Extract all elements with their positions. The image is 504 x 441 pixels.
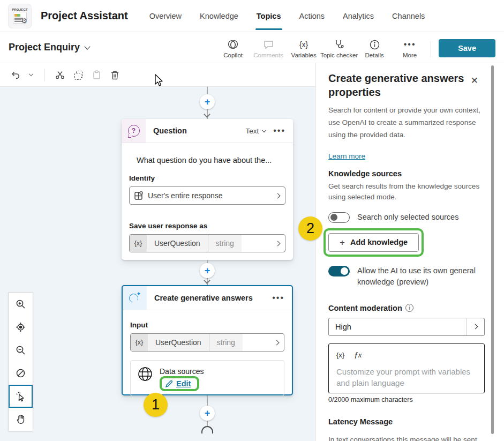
input-variable[interactable]: {x} UserQuestion string <box>130 333 284 352</box>
undo-icon <box>11 70 20 80</box>
variable-badge-icon: {x} <box>130 235 147 252</box>
paste-icon <box>92 70 101 80</box>
close-panel-button[interactable]: ✕ <box>471 75 478 86</box>
annotation-step-1: 1 <box>144 393 168 417</box>
ai-knowledge-toggle-label: Allow the AI to use its own general know… <box>357 265 480 288</box>
select-tool-button[interactable] <box>9 385 33 408</box>
tab-knowledge[interactable]: Knowledge <box>199 2 239 31</box>
question-node-menu-button[interactable]: ••• <box>273 128 285 133</box>
question-node-title: Question <box>153 126 245 135</box>
logo-image: ⚙ <box>13 12 27 24</box>
edit-data-sources-link[interactable]: Edit <box>176 379 191 388</box>
panel-title: Create generative answers properties <box>328 72 473 99</box>
app-logo: PROJECT ⚙ <box>9 4 31 28</box>
annotation-step-2: 2 <box>298 216 322 241</box>
ai-knowledge-toggle[interactable] <box>328 266 350 276</box>
variable-chip: {x} UserQuestion string <box>130 235 242 252</box>
generative-answers-icon: ✦ <box>129 293 141 303</box>
question-node[interactable]: ? Question Text ••• What question do you… <box>122 119 293 260</box>
chevron-down-icon <box>262 128 266 132</box>
copy-icon <box>74 71 82 79</box>
gear-icon: ⚙ <box>21 17 27 24</box>
flow-canvas[interactable]: + ? Question Text ••• What question do y… <box>0 87 315 441</box>
tab-channels[interactable]: Channels <box>391 2 426 31</box>
comments-button: Comments <box>253 36 284 58</box>
content-moderation-dropdown[interactable]: High <box>328 318 485 336</box>
logo-text: PROJECT <box>12 8 28 11</box>
tab-topics[interactable]: Topics <box>255 2 282 31</box>
undo-button[interactable] <box>7 67 24 83</box>
toolbar-separator <box>44 69 44 81</box>
save-button[interactable]: Save <box>439 39 495 57</box>
cut-button[interactable] <box>52 67 68 83</box>
tab-analytics[interactable]: Analytics <box>342 2 375 31</box>
knowledge-sources-description: Get search results from the knowledge so… <box>328 181 485 203</box>
question-message[interactable]: What question do you have about the... <box>137 156 285 165</box>
save-response-variable[interactable]: {x} UserQuestion string <box>129 234 285 252</box>
generative-answers-node[interactable]: ✦ Create generative answers ••• Input {x… <box>122 285 293 395</box>
identify-label: Identify <box>129 174 285 182</box>
add-knowledge-highlight-box: + Add knowledge <box>324 228 424 257</box>
question-type-dropdown[interactable]: Text <box>245 127 266 135</box>
latency-message-heading: Latency Message <box>328 417 485 426</box>
center-canvas-button[interactable] <box>9 316 33 339</box>
arrow-down-icon <box>204 111 210 118</box>
app-title: Project Assistant <box>41 10 128 22</box>
content-moderation-value: High <box>329 323 466 331</box>
learn-more-link[interactable]: Learn more <box>328 152 365 160</box>
question-node-header: ? Question Text ••• <box>122 119 293 143</box>
details-button[interactable]: Details <box>359 36 390 58</box>
copy-button[interactable] <box>70 67 86 83</box>
undo-menu-button[interactable] <box>26 67 36 83</box>
app-header: PROJECT ⚙ Project Assistant Overview Kno… <box>0 0 504 32</box>
canvas-tool-palette <box>8 292 33 431</box>
copilot-button[interactable]: Copilot <box>217 36 249 58</box>
prompt-input[interactable]: {x} ƒx Customize your prompt with variab… <box>328 343 485 393</box>
prompt-placeholder: Customize your prompt with variables and… <box>336 366 477 390</box>
variables-button[interactable]: {x} Variables <box>288 36 319 58</box>
identify-selector[interactable]: User's entire response <box>129 186 285 205</box>
content-moderation-heading: Content moderation i <box>328 304 485 312</box>
add-node-button[interactable]: + <box>200 263 215 278</box>
select-cursor-icon <box>16 391 26 402</box>
knowledge-sources-heading: Knowledge sources <box>328 169 485 178</box>
pencil-icon <box>165 380 173 388</box>
chevron-down-icon <box>84 43 90 49</box>
dropdown-open-button[interactable] <box>466 318 484 335</box>
variable-badge-icon: {x} <box>131 334 148 351</box>
zoom-in-button[interactable] <box>9 293 33 316</box>
ai-knowledge-toggle-row: Allow the AI to use its own general know… <box>328 265 485 288</box>
more-button[interactable]: ••• More <box>394 36 425 58</box>
data-sources-box: Data sources Edit <box>130 360 284 396</box>
add-node-button[interactable]: + <box>200 94 215 109</box>
paste-button <box>88 67 104 83</box>
topic-name-dropdown[interactable]: Project Enquiry <box>9 42 89 53</box>
add-knowledge-button[interactable]: + Add knowledge <box>328 233 419 252</box>
topic-checker-button[interactable]: Topic checker <box>324 36 355 58</box>
next-node-arc <box>201 426 213 433</box>
tab-actions[interactable]: Actions <box>298 2 326 31</box>
gen-node-header: ✦ Create generative answers ••• <box>123 286 292 310</box>
variable-badge-icon[interactable]: {x} <box>336 351 344 359</box>
gen-node-body: Input {x} UserQuestion string <box>123 310 292 403</box>
panel-scrollbar[interactable] <box>491 65 494 434</box>
zoom-out-button[interactable] <box>9 339 33 362</box>
main-nav: Overview Knowledge Topics Actions Analyt… <box>148 2 426 31</box>
add-node-button[interactable]: + <box>200 406 215 421</box>
scissors-icon <box>55 70 65 80</box>
hand-icon <box>16 414 26 424</box>
info-icon[interactable]: i <box>405 304 413 312</box>
latency-message-description: In text conversations this message will … <box>328 433 484 441</box>
gen-node-menu-button[interactable]: ••• <box>272 295 284 301</box>
search-sources-toggle[interactable] <box>328 212 350 223</box>
stethoscope-icon <box>334 39 344 50</box>
panel-description: Search for content or provide your own c… <box>328 104 485 141</box>
disable-snap-button[interactable] <box>9 362 33 385</box>
data-sources-label: Data sources <box>160 367 204 376</box>
chevron-right-icon <box>275 241 281 246</box>
delete-button[interactable] <box>107 67 123 83</box>
tab-overview[interactable]: Overview <box>148 2 183 31</box>
formula-icon[interactable]: ƒx <box>354 350 362 360</box>
pan-tool-button[interactable] <box>9 408 33 431</box>
mouse-cursor-icon <box>153 74 164 87</box>
